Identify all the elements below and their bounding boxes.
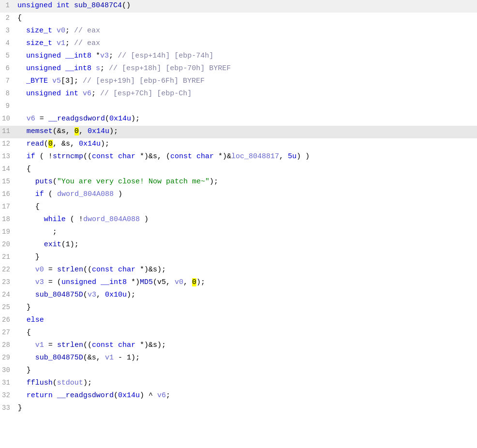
line-number: 25	[0, 302, 16, 313]
line-number: 15	[0, 176, 16, 187]
code-line: 32 return __readgsdword(0x14u) ^ v6;	[0, 390, 477, 403]
code-line: 19 ;	[0, 226, 477, 239]
line-content: }	[16, 302, 477, 314]
line-number: 16	[0, 189, 16, 199]
code-line: 29 sub_804875D(&s, v1 - 1);	[0, 352, 477, 365]
code-line: 15 puts("You are very close! Now patch m…	[0, 176, 477, 189]
code-line: 21 }	[0, 252, 477, 264]
code-line: 20 exit(1);	[0, 239, 477, 252]
line-content: {	[16, 327, 477, 339]
line-content: unsigned __int8 *v3; // [esp+14h] [ebp-7…	[15, 50, 477, 62]
line-content: sub_804875D(&s, v1 - 1);	[16, 352, 477, 364]
code-line: 9	[0, 101, 477, 113]
line-content	[15, 101, 477, 112]
line-number: 29	[0, 352, 16, 363]
line-content: read(0, &s, 0x14u);	[16, 138, 477, 150]
line-number: 23	[0, 277, 16, 287]
code-line: 16 if ( dword_804A088 )	[0, 189, 477, 201]
line-number: 7	[0, 75, 15, 86]
line-number: 32	[0, 390, 16, 401]
line-number: 27	[0, 327, 16, 338]
code-container: 1 unsigned int sub_80487C4() 2 { 3 size_…	[0, 0, 477, 415]
code-line: 2 {	[0, 13, 477, 25]
code-line: 8 unsigned int v6; // [esp+7Ch] [ebp-Ch]	[0, 88, 477, 101]
line-content: }	[16, 252, 477, 263]
code-line: 7 _BYTE v5[3]; // [esp+19h] [ebp-6Fh] BY…	[0, 75, 477, 88]
code-line: 27 {	[0, 327, 477, 340]
line-content: exit(1);	[16, 239, 477, 251]
code-line: 17 {	[0, 201, 477, 214]
line-content: size_t v0; // eax	[15, 25, 477, 37]
code-line: 31 fflush(stdout);	[0, 377, 477, 390]
line-content: }	[16, 365, 477, 376]
code-line: 5 unsigned __int8 *v3; // [esp+14h] [ebp…	[0, 50, 477, 63]
line-number: 28	[0, 340, 16, 350]
line-number: 31	[0, 377, 16, 388]
line-number: 33	[0, 403, 16, 413]
code-line: 13 if ( !strncmp((const char *)&s, (cons…	[0, 151, 477, 164]
line-number: 26	[0, 314, 16, 325]
line-number: 5	[0, 50, 15, 61]
line-content: {	[15, 13, 477, 24]
code-line-highlighted: 11 memset(&s, 0, 0x14u);	[0, 126, 477, 138]
line-content: v3 = (unsigned __int8 *)MD5(v5, v0, 0);	[16, 277, 477, 288]
line-content: sub_804875D(v3, 0x10u);	[16, 289, 477, 301]
line-number: 3	[0, 25, 15, 36]
line-content: else	[16, 314, 477, 326]
line-content: return __readgsdword(0x14u) ^ v6;	[16, 390, 477, 402]
line-number: 11	[0, 126, 16, 136]
line-number: 10	[0, 113, 16, 124]
code-line: 12 read(0, &s, 0x14u);	[0, 138, 477, 151]
line-number: 2	[0, 13, 15, 23]
line-number: 14	[0, 164, 16, 174]
line-number: 4	[0, 38, 15, 48]
line-number: 24	[0, 289, 16, 300]
line-content: memset(&s, 0, 0x14u);	[16, 126, 477, 137]
line-number: 1	[0, 0, 15, 11]
code-line: 33 }	[0, 403, 477, 415]
code-line: 26 else	[0, 314, 477, 327]
code-line: 6 unsigned __int8 s; // [esp+18h] [ebp-7…	[0, 63, 477, 75]
line-content: v0 = strlen((const char *)&s);	[16, 264, 477, 276]
line-content: ;	[16, 226, 477, 238]
code-line: 30 }	[0, 365, 477, 377]
line-content: _BYTE v5[3]; // [esp+19h] [ebp-6Fh] BYRE…	[15, 75, 477, 87]
code-line: 22 v0 = strlen((const char *)&s);	[0, 264, 477, 277]
code-line: 24 sub_804875D(v3, 0x10u);	[0, 289, 477, 302]
line-number: 20	[0, 239, 16, 250]
line-content: size_t v1; // eax	[15, 38, 477, 49]
line-number: 19	[0, 226, 16, 237]
code-line: 23 v3 = (unsigned __int8 *)MD5(v5, v0, 0…	[0, 277, 477, 289]
line-content: {	[16, 164, 477, 175]
line-content: while ( !dword_804A088 )	[16, 214, 477, 225]
line-content: unsigned int sub_80487C4()	[15, 0, 477, 12]
line-content: unsigned int v6; // [esp+7Ch] [ebp-Ch]	[15, 88, 477, 100]
line-number: 12	[0, 138, 16, 149]
line-number: 30	[0, 365, 16, 375]
line-content: if ( dword_804A088 )	[16, 189, 477, 200]
code-line: 4 size_t v1; // eax	[0, 38, 477, 50]
code-line: 18 while ( !dword_804A088 )	[0, 214, 477, 226]
line-number: 9	[0, 101, 15, 111]
line-content: }	[16, 403, 477, 414]
code-line: 28 v1 = strlen((const char *)&s);	[0, 340, 477, 352]
line-number: 17	[0, 201, 16, 212]
line-content: if ( !strncmp((const char *)&s, (const c…	[16, 151, 477, 163]
code-line: 14 {	[0, 164, 477, 176]
line-number: 13	[0, 151, 16, 162]
line-number: 18	[0, 214, 16, 224]
line-number: 8	[0, 88, 15, 99]
code-line: 10 v6 = __readgsdword(0x14u);	[0, 113, 477, 126]
line-number: 22	[0, 264, 16, 275]
line-content: v6 = __readgsdword(0x14u);	[16, 113, 477, 125]
line-number: 6	[0, 63, 15, 74]
line-content: fflush(stdout);	[16, 377, 477, 389]
line-content: {	[16, 201, 477, 213]
line-number: 21	[0, 252, 16, 262]
code-line: 25 }	[0, 302, 477, 314]
line-content: v1 = strlen((const char *)&s);	[16, 340, 477, 351]
code-line: 1 unsigned int sub_80487C4()	[0, 0, 477, 13]
code-line: 3 size_t v0; // eax	[0, 25, 477, 38]
line-content: unsigned __int8 s; // [esp+18h] [ebp-70h…	[15, 63, 477, 75]
line-content: puts("You are very close! Now patch me~"…	[16, 176, 477, 188]
